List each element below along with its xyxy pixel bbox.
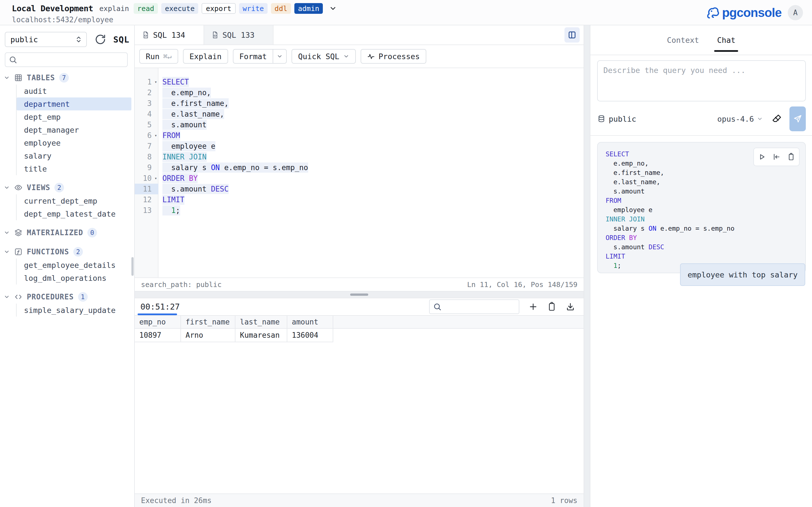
drag-pill[interactable] bbox=[350, 293, 368, 296]
fold-marker-icon[interactable]: ▾ bbox=[154, 79, 157, 84]
column-header-amount[interactable]: amount bbox=[287, 316, 333, 329]
sql-editor[interactable]: 1▾SELECT2 e.emp_no,3 e.first_name,4 e.la… bbox=[135, 68, 583, 277]
panel-resize-handle[interactable] bbox=[135, 291, 583, 298]
assistant-code-line: FROM bbox=[606, 196, 805, 205]
section-items: get_employee_detailslog_dml_operations bbox=[16, 259, 132, 284]
section-items: simple_salary_update bbox=[16, 304, 132, 317]
insert-to-editor-button[interactable] bbox=[772, 153, 780, 161]
tree-item-dept_manager[interactable]: dept_manager bbox=[17, 123, 132, 136]
schema-select[interactable]: public bbox=[5, 32, 87, 47]
table-cell[interactable]: Arno bbox=[181, 329, 236, 342]
send-button[interactable] bbox=[790, 107, 806, 131]
table-cell[interactable]: Kumaresan bbox=[236, 329, 287, 342]
format-dropdown-toggle[interactable] bbox=[273, 50, 286, 63]
results-search-input[interactable] bbox=[444, 303, 534, 311]
tree-item-dept_emp[interactable]: dept_emp bbox=[17, 110, 132, 123]
tree-item-department[interactable]: department bbox=[17, 98, 132, 110]
tree-item-log_dml_operations[interactable]: log_dml_operations bbox=[17, 272, 132, 284]
tree-item-get_employee_details[interactable]: get_employee_details bbox=[17, 259, 132, 272]
results-search[interactable] bbox=[429, 299, 519, 314]
chat-input-placeholder: Describe the query you need ... bbox=[603, 66, 800, 75]
line-number[interactable]: 9 bbox=[135, 162, 158, 173]
tree-section-header-tables[interactable]: TABLES7 bbox=[4, 71, 132, 84]
model-select[interactable]: opus-4.6 bbox=[717, 115, 763, 123]
table-cell[interactable]: 136004 bbox=[287, 329, 333, 342]
sidebar-search[interactable] bbox=[5, 52, 128, 67]
query-tabs: SQL 134 SQL 133 bbox=[135, 25, 583, 45]
tree-section-header-functions[interactable]: FUNCTIONS2 bbox=[4, 245, 132, 259]
add-result-tab-button[interactable] bbox=[528, 302, 538, 312]
sidebar-search-input[interactable] bbox=[20, 55, 124, 64]
tree-item-current_dept_emp[interactable]: current_dept_emp bbox=[17, 194, 132, 207]
copy-results-button[interactable] bbox=[547, 302, 557, 312]
permission-badges: explainreadexecuteexportwriteddladmin bbox=[98, 3, 323, 14]
table-cell[interactable]: 10897 bbox=[135, 329, 181, 342]
split-view-button[interactable] bbox=[564, 27, 580, 43]
permission-badge-write: write bbox=[239, 3, 267, 14]
tree-item-simple_salary_update[interactable]: simple_salary_update bbox=[17, 304, 132, 317]
tree-section-header-materialized[interactable]: MATERIALIZED0 bbox=[4, 226, 132, 239]
line-number[interactable]: 13 bbox=[135, 205, 158, 216]
line-number[interactable]: 1▾ bbox=[135, 76, 158, 87]
fold-marker-icon[interactable]: ▾ bbox=[154, 133, 157, 138]
tree-item-dept_emp_latest_date[interactable]: dept_emp_latest_date bbox=[17, 207, 132, 220]
column-header-last_name[interactable]: last_name bbox=[236, 316, 287, 329]
line-number[interactable]: 6▾ bbox=[135, 130, 158, 141]
tab-sql-134[interactable]: SQL 134 bbox=[135, 25, 204, 45]
line-number[interactable]: 5 bbox=[135, 119, 158, 130]
run-snippet-button[interactable] bbox=[758, 153, 766, 161]
editor-status-bar: search_path: public Ln 11, Col 16, Pos 1… bbox=[135, 277, 583, 291]
explain-button[interactable]: Explain bbox=[183, 49, 228, 64]
tab-label: Context bbox=[667, 36, 699, 45]
quick-sql-button[interactable]: Quick SQL bbox=[292, 49, 356, 64]
column-header-emp_no[interactable]: emp_no bbox=[135, 316, 181, 329]
schema-tree: TABLES7auditdepartmentdept_empdept_manag… bbox=[4, 71, 132, 507]
line-number[interactable]: 11 bbox=[135, 184, 158, 194]
chevron-down-icon[interactable] bbox=[329, 4, 337, 12]
pulse-icon bbox=[367, 52, 375, 60]
permission-badge-explain: explain bbox=[98, 3, 130, 14]
run-label: Run bbox=[146, 52, 160, 61]
refresh-schema-button[interactable] bbox=[95, 34, 106, 45]
sidebar-scrollbar[interactable] bbox=[132, 257, 134, 276]
tab-label: SQL 133 bbox=[222, 31, 255, 40]
tab-chat[interactable]: Chat bbox=[717, 25, 735, 55]
run-button[interactable]: Run ⌘↵ bbox=[139, 49, 178, 64]
line-number[interactable]: 3 bbox=[135, 98, 158, 109]
tab-sql-133[interactable]: SQL 133 bbox=[204, 25, 273, 45]
download-results-button[interactable] bbox=[566, 302, 575, 312]
chat-controls: public opus-4.6 bbox=[597, 105, 806, 132]
copy-snippet-button[interactable] bbox=[787, 153, 795, 161]
tree-item-salary[interactable]: salary bbox=[17, 149, 132, 162]
clear-chat-button[interactable] bbox=[771, 114, 782, 124]
tree-item-employee[interactable]: employee bbox=[17, 136, 132, 149]
processes-label: Processes bbox=[378, 52, 420, 61]
tree-section-header-views[interactable]: VIEWS2 bbox=[4, 181, 132, 194]
sql-mode-label[interactable]: SQL bbox=[113, 35, 130, 45]
results-header-row: emp_nofirst_namelast_nameamount bbox=[135, 316, 583, 329]
processes-button[interactable]: Processes bbox=[361, 49, 426, 64]
column-header-first_name[interactable]: first_name bbox=[181, 316, 236, 329]
tab-label: Chat bbox=[717, 36, 735, 45]
table-row[interactable]: 10897ArnoKumaresan136004 bbox=[135, 329, 583, 342]
run-shortcut: ⌘↵ bbox=[163, 52, 172, 61]
chevron-down-icon bbox=[4, 294, 10, 300]
avatar[interactable]: A bbox=[788, 5, 803, 20]
line-number[interactable]: 7 bbox=[135, 141, 158, 152]
tree-item-title[interactable]: title bbox=[17, 162, 132, 175]
chat-input[interactable]: Describe the query you need ... bbox=[597, 60, 806, 101]
tree-section-header-procedures[interactable]: PROCEDURES1 bbox=[4, 290, 132, 304]
line-number[interactable]: 2 bbox=[135, 87, 158, 98]
line-number[interactable]: 8 bbox=[135, 152, 158, 162]
result-tab-timer[interactable]: 00:51:27 bbox=[140, 298, 180, 315]
fold-marker-icon[interactable]: ▾ bbox=[154, 176, 157, 181]
line-number[interactable]: 12 bbox=[135, 194, 158, 205]
format-button[interactable]: Format bbox=[233, 49, 287, 64]
chevron-down-icon bbox=[757, 116, 763, 122]
tree-item-audit[interactable]: audit bbox=[17, 84, 132, 98]
cursor-position-status: Ln 11, Col 16, Pos 148/159 bbox=[467, 281, 577, 289]
line-number[interactable]: 10▾ bbox=[135, 173, 158, 184]
code-line-11: 11 s.amount DESC bbox=[135, 184, 583, 194]
line-number[interactable]: 4 bbox=[135, 109, 158, 119]
tab-context[interactable]: Context bbox=[667, 25, 699, 55]
